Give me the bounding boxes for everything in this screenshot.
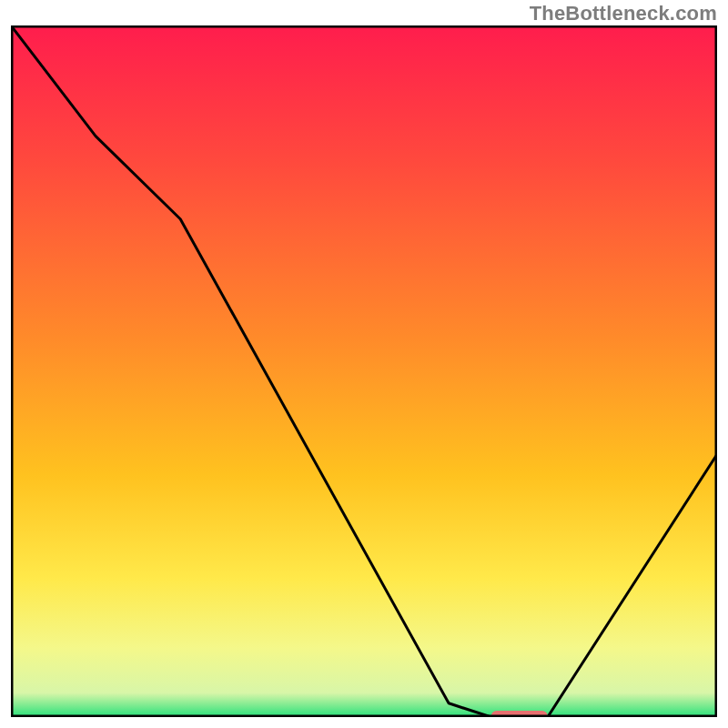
gradient-background xyxy=(11,25,717,717)
bottleneck-chart xyxy=(11,25,717,717)
chart-container: TheBottleneck.com xyxy=(0,0,728,728)
watermark-text: TheBottleneck.com xyxy=(530,2,717,25)
